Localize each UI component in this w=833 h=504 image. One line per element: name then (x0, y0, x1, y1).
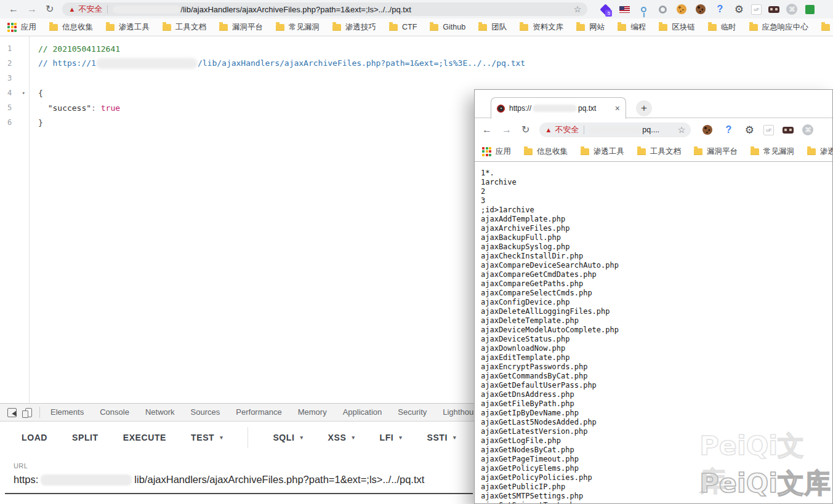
bookmark-folder[interactable]: 渗透工具 (106, 22, 150, 33)
devtools-tab-security[interactable]: Security (390, 403, 435, 422)
address-bar[interactable]: ▲ 不安全 /lib/ajaxHandlers/ajaxArchiveFiles… (62, 2, 587, 16)
cookie-icon[interactable] (675, 2, 688, 16)
bookmark-folder[interactable]: 漏洞平台 (694, 146, 738, 157)
gear-icon[interactable]: ⚙ (742, 123, 756, 137)
mask-shape (768, 6, 779, 13)
popup-tab[interactable]: https:// pq.txt × (491, 97, 626, 119)
pin-icon[interactable] (637, 2, 650, 16)
green-ext-icon[interactable] (803, 2, 816, 16)
test-button[interactable]: TEST▾ (191, 433, 223, 442)
bookmark-star-icon[interactable]: ☆ (678, 125, 686, 135)
apps-shortcut[interactable]: 应用 (7, 22, 36, 33)
dark-cookie-icon[interactable] (694, 2, 707, 16)
bookmark-folder[interactable]: src (821, 23, 833, 31)
folder-icon (524, 148, 533, 155)
reload-icon[interactable]: ↻ (46, 4, 54, 14)
code-token: "success" (48, 103, 91, 113)
address-url-text[interactable]: /lib/ajaxHandlers/ajaxArchiveFiles.php?p… (180, 5, 411, 14)
xss-button[interactable]: XSS▾ (328, 433, 355, 442)
purple-badge-ext-icon[interactable]: 5 (598, 2, 612, 16)
address-url-text[interactable]: pq.... (642, 126, 659, 134)
back-icon[interactable]: ← (482, 125, 492, 135)
mask-icon[interactable] (781, 123, 795, 137)
bookmark-folder[interactable]: 常见漏洞 (276, 22, 320, 33)
ssti-button[interactable]: SSTI▾ (427, 433, 456, 442)
popup-address-bar[interactable]: ▲ 不安全 pq.... ☆ (539, 122, 691, 137)
green-shape (805, 5, 815, 14)
us-flag-icon[interactable] (618, 2, 631, 16)
bookmark-folder[interactable]: 工具文档 (637, 146, 681, 157)
new-tab-icon[interactable]: + (636, 100, 652, 116)
popup-toolbar: ← → ↻ ▲ 不安全 pq.... ☆ ?⚙uF⌘ (475, 118, 832, 142)
bookmark-folder[interactable]: CTF (389, 23, 417, 31)
execute-button[interactable]: EXECUTE (123, 433, 166, 442)
lfi-button[interactable]: LFI▾ (380, 433, 403, 442)
bookmark-folder[interactable]: 网站 (576, 22, 605, 33)
help-icon[interactable]: ? (713, 2, 726, 16)
bookmark-folder[interactable]: 渗透技巧 (807, 146, 832, 157)
device-toolbar-icon[interactable] (25, 408, 32, 417)
devtools-tab-elements[interactable]: Elements (42, 403, 92, 422)
button-label: LOAD (22, 433, 47, 442)
command-icon[interactable]: ⌘ (802, 124, 813, 135)
code-token: } (38, 118, 43, 127)
bookmark-label: 团队 (491, 22, 507, 33)
bookmark-label: 渗透技巧 (345, 22, 376, 33)
tab-close-icon[interactable]: × (615, 103, 620, 113)
back-icon[interactable]: ← (9, 4, 18, 14)
chevron-down-icon: ▾ (300, 434, 303, 441)
bookmark-label: 信息收集 (537, 146, 568, 157)
button-label: SPLIT (72, 433, 99, 442)
bookmark-folder[interactable]: 临时 (708, 22, 736, 33)
bookmark-folder[interactable]: 工具文档 (163, 22, 206, 33)
split-button[interactable]: SPLIT (72, 433, 99, 442)
code-text: "success": true (29, 103, 120, 113)
code-text: { (29, 89, 43, 98)
dark-cookie-icon[interactable] (701, 123, 714, 137)
load-button[interactable]: LOAD (22, 433, 47, 442)
bookmark-folder[interactable]: 常见漏洞 (751, 146, 794, 157)
bookmark-folder[interactable]: 渗透工具 (581, 146, 624, 157)
inspect-element-icon[interactable] (7, 408, 17, 417)
bookmark-folder[interactable]: 区块链 (659, 22, 695, 33)
help-icon[interactable]: ? (722, 123, 735, 137)
security-warning-label[interactable]: 不安全 (78, 4, 102, 15)
cookie2-shape (696, 4, 706, 14)
apps-label: 应用 (496, 146, 511, 157)
apps-shortcut[interactable]: 应用 (482, 146, 511, 157)
bookmark-folder[interactable]: Github (430, 23, 465, 31)
ring-icon[interactable] (656, 2, 669, 16)
security-warning-label[interactable]: 不安全 (555, 124, 579, 135)
bookmark-folder[interactable]: 应急响应中心 (749, 22, 808, 33)
extension-icons-row: 5?⚙uF⌘ (598, 2, 816, 16)
forward-icon[interactable]: → (502, 125, 512, 135)
bookmark-star-icon[interactable]: ☆ (574, 4, 582, 14)
gear-icon[interactable]: ⚙ (732, 2, 746, 16)
code-line: 3 (0, 71, 833, 86)
forward-icon[interactable]: → (27, 4, 37, 14)
devtools-tab-performance[interactable]: Performance (228, 403, 289, 422)
uf-box-icon[interactable]: uF (763, 125, 774, 135)
bookmark-folder[interactable]: 漏洞平台 (219, 22, 263, 33)
bookmark-folder[interactable]: 编程 (618, 22, 646, 33)
folder-icon (749, 24, 758, 31)
reload-icon[interactable]: ↻ (521, 125, 529, 135)
bookmark-folder[interactable]: 团队 (478, 22, 507, 33)
devtools-tab-sources[interactable]: Sources (183, 403, 228, 422)
devtools-tab-network[interactable]: Network (137, 403, 183, 422)
chevron-down-icon: ▾ (220, 434, 223, 441)
bookmark-folder[interactable]: 信息收集 (49, 22, 93, 33)
sqli-button[interactable]: SQLI▾ (273, 433, 303, 442)
devtools-tab-memory[interactable]: Memory (290, 403, 335, 422)
command-icon[interactable]: ⌘ (786, 4, 797, 15)
bookmark-folder[interactable]: 渗透技巧 (332, 22, 376, 33)
devtools-tab-application[interactable]: Application (335, 403, 390, 422)
bookmark-folder[interactable]: 信息收集 (524, 146, 568, 157)
redacted-host-blur (96, 58, 198, 69)
bookmark-folder[interactable]: 资料文库 (520, 22, 563, 33)
devtools-tab-console[interactable]: Console (92, 403, 137, 422)
mask-icon[interactable] (767, 2, 781, 16)
fold-caret-icon[interactable]: ▾ (22, 90, 25, 96)
uf-box-icon[interactable]: uF (751, 4, 762, 15)
popup-tabstrip: https:// pq.txt × + (475, 90, 832, 118)
